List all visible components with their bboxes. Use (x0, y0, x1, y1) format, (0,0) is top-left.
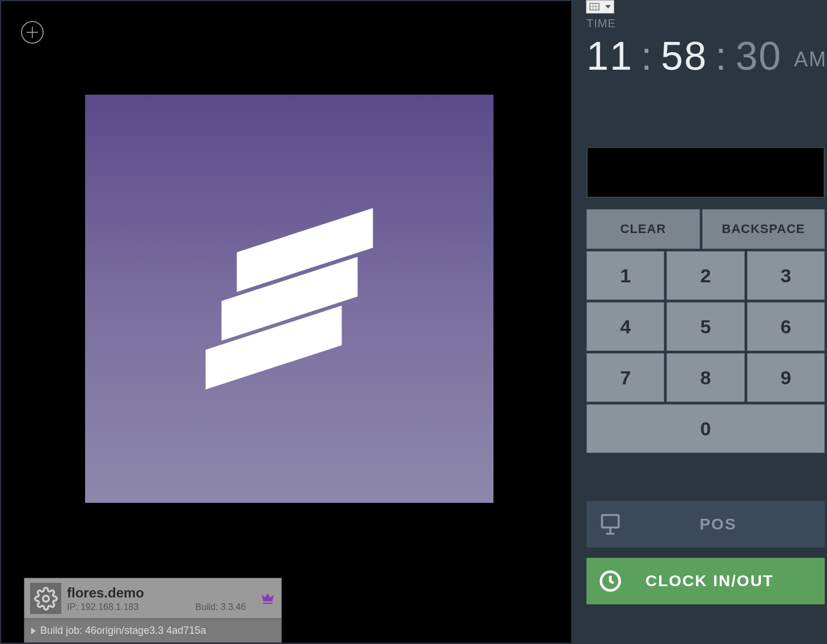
time-minutes: 58 (661, 34, 707, 78)
keypad-7[interactable]: 7 (587, 353, 664, 402)
keypad-0[interactable]: 0 (587, 404, 825, 453)
time-hours: 11 (587, 34, 633, 78)
chevron-right-icon (31, 628, 36, 634)
app-logo (85, 95, 493, 503)
crown-icon (260, 591, 276, 607)
keypad-2[interactable]: 2 (666, 251, 744, 300)
keypad-3[interactable]: 3 (747, 251, 825, 300)
build-job-row[interactable]: Build job: 46origin/stage3.3 4ad715a (24, 618, 281, 642)
keypad-4[interactable]: 4 (587, 302, 664, 351)
keypad-8[interactable]: 8 (666, 353, 744, 402)
right-panel: TIME 11:58:30 AM CLEAR BACKSPACE 1 2 3 4… (572, 0, 827, 644)
keypad-6[interactable]: 6 (747, 302, 825, 351)
keypad-1[interactable]: 1 (587, 251, 664, 300)
settings-panel: flores.demo IP: 192.168.1.183 Build: 3.3… (24, 578, 282, 643)
gear-icon[interactable] (30, 583, 61, 614)
server-name: flores.demo (67, 585, 260, 601)
pos-label: POS (623, 515, 813, 533)
clear-button[interactable]: CLEAR (587, 209, 700, 249)
main-display-panel: flores.demo IP: 192.168.1.183 Build: 3.3… (0, 0, 572, 644)
svg-point-0 (43, 595, 49, 601)
svg-rect-1 (602, 515, 618, 528)
backspace-button[interactable]: BACKSPACE (702, 209, 825, 249)
server-build: Build: 3.3.46 (195, 602, 246, 612)
server-info-row[interactable]: flores.demo IP: 192.168.1.183 Build: 3.3… (24, 578, 281, 618)
keypad: CLEAR BACKSPACE 1 2 3 4 5 6 7 8 9 0 (587, 209, 825, 453)
add-icon[interactable] (21, 21, 44, 44)
keypad-5[interactable]: 5 (666, 302, 744, 351)
server-ip: IP: 192.168.1.183 (67, 602, 138, 612)
clock-icon (598, 569, 623, 594)
clock-label: CLOCK IN/OUT (645, 572, 813, 590)
time-label: TIME (587, 17, 827, 30)
calendar-dropdown[interactable] (586, 0, 614, 14)
time-ampm: AM (794, 48, 827, 71)
time-display: 11:58:30 AM (587, 33, 827, 79)
clock-in-out-button[interactable]: CLOCK IN/OUT (587, 558, 825, 604)
time-seconds: 30 (736, 34, 782, 78)
build-job-text: Build job: 46origin/stage3.3 4ad715a (40, 625, 206, 637)
pin-input[interactable] (587, 147, 825, 198)
pos-button[interactable]: POS (587, 501, 825, 548)
calendar-grid-icon (589, 3, 600, 11)
pos-icon (598, 512, 623, 537)
chevron-down-icon (605, 5, 611, 9)
keypad-9[interactable]: 9 (747, 353, 825, 402)
